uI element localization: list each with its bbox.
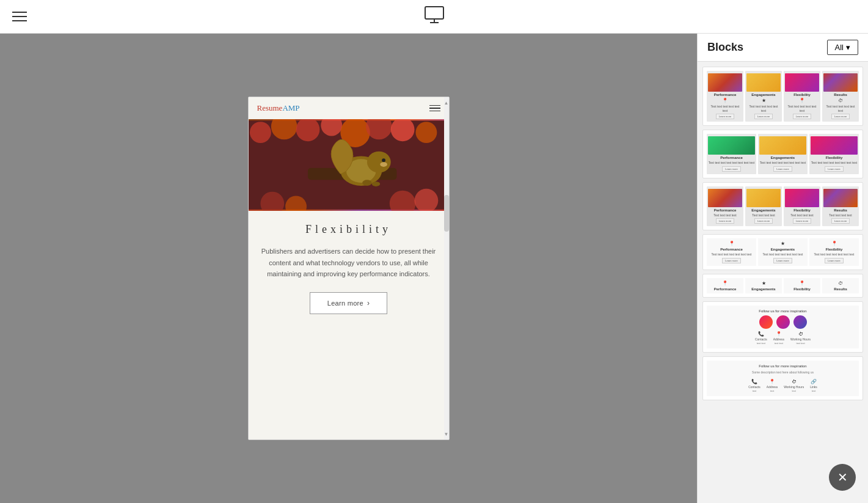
block-thumb-4[interactable]: 📍 Performance Text text text text text t…	[702, 234, 863, 270]
learn-more-button[interactable]: Learn more ›	[310, 292, 388, 314]
all-filter-button[interactable]: All ▾	[827, 40, 858, 55]
main-area: ResumeAMP	[0, 34, 868, 503]
mobile-nav: ResumeAMP	[249, 97, 449, 119]
mobile-content: Flexibility Publishers and advertisers c…	[249, 211, 449, 439]
svg-point-20	[382, 158, 385, 162]
squirrel-bg	[249, 119, 444, 211]
block-thumb-2[interactable]: Performance Text text text text text tex…	[702, 130, 863, 178]
svg-point-19	[367, 152, 390, 173]
mobile-hamburger-icon[interactable]	[429, 105, 440, 112]
svg-point-11	[415, 122, 437, 143]
right-panel: Blocks All ▾ Performance 📍 Text text tex…	[697, 34, 868, 503]
svg-point-22	[362, 180, 372, 186]
scrollbar-thumb[interactable]	[444, 195, 449, 232]
preview-area: ResumeAMP	[0, 34, 697, 503]
scroll-up-arrow[interactable]: ▲	[444, 98, 449, 107]
right-panel-blocks-list: Performance 📍 Text text text text text t…	[698, 62, 868, 503]
scroll-down-arrow[interactable]: ▼	[444, 430, 449, 438]
svg-point-4	[249, 122, 271, 143]
svg-point-23	[371, 182, 380, 186]
block-thumb-3[interactable]: Performance Text text text text Learn mo…	[702, 182, 863, 231]
svg-point-21	[380, 162, 387, 167]
monitor-icon	[423, 4, 445, 26]
learn-more-arrow: ›	[367, 299, 370, 307]
preview-toggle[interactable]	[423, 4, 445, 29]
block-thumb-5[interactable]: 📍 Performance ★ Engagements 📍 Flexibilit…	[702, 274, 863, 298]
right-panel-header: Blocks All ▾	[698, 34, 868, 62]
close-button[interactable]: ✕	[829, 464, 856, 491]
mobile-hero-image	[249, 119, 444, 211]
block-thumb-6[interactable]: Follow us for more inspiration 📞 Contact…	[702, 301, 863, 353]
block-thumb-7[interactable]: Follow us for more inspiration Some desc…	[702, 356, 863, 400]
mobile-page-title: Flexibility	[305, 223, 392, 236]
squirrel-illustration	[249, 119, 444, 211]
blocks-panel-title: Blocks	[707, 41, 743, 54]
top-bar	[0, 0, 868, 34]
svg-rect-0	[425, 7, 443, 19]
mobile-body-text: Publishers and advertisers can decide ho…	[261, 246, 437, 280]
mobile-scrollbar[interactable]: ▲ ▼	[444, 97, 449, 439]
mobile-preview-frame: ResumeAMP	[248, 97, 450, 440]
mobile-logo: ResumeAMP	[257, 103, 300, 113]
hamburger-menu[interactable]	[12, 12, 27, 21]
block-thumb-1[interactable]: Performance 📍 Text text text text text t…	[702, 67, 863, 126]
